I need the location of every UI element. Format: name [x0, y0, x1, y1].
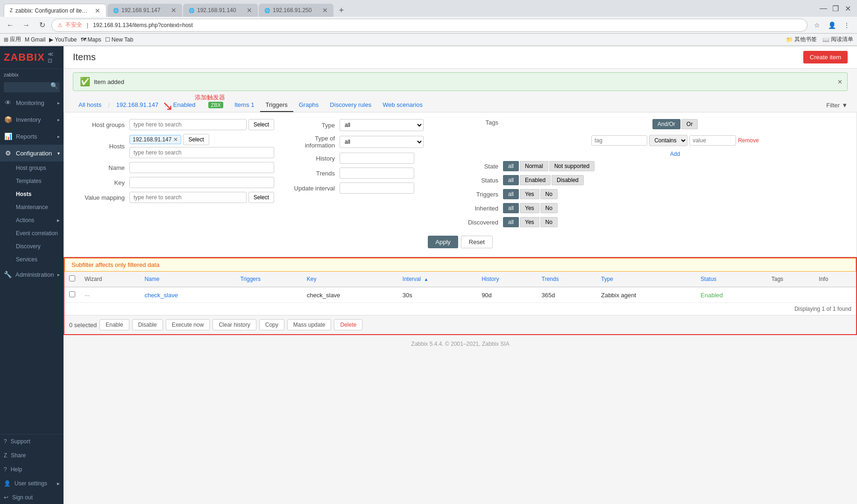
back-btn[interactable]: ← — [4, 19, 17, 32]
inherited-yes-btn[interactable]: Yes — [520, 203, 539, 213]
name-input[interactable] — [129, 162, 274, 173]
select-all-checkbox[interactable] — [69, 275, 75, 281]
bookmark-gmail[interactable]: M Gmail — [25, 36, 45, 43]
tag-remove-btn[interactable]: Remove — [738, 137, 759, 144]
filter-toggle-btn[interactable]: Filter ▼ — [826, 102, 848, 109]
tab-close-3[interactable]: ✕ — [247, 7, 252, 14]
status-all-btn[interactable]: all — [503, 175, 519, 185]
tag-contains-select[interactable]: Contains — [649, 135, 687, 146]
sidebar-item-inventory[interactable]: 📦 Inventory ▸ — [0, 111, 64, 128]
state-not-supported-btn[interactable]: Not supported — [549, 161, 595, 171]
create-item-button[interactable]: Create item — [803, 51, 848, 63]
mass-update-btn[interactable]: Mass update — [287, 319, 332, 330]
sidebar-sign-out[interactable]: ↩ Sign out — [0, 490, 64, 504]
bookmark-newtab[interactable]: ☐ New Tab — [105, 36, 133, 43]
bookmark-btn[interactable]: ☆ — [810, 19, 823, 32]
disable-btn[interactable]: Disable — [132, 319, 163, 330]
col-history[interactable]: History — [477, 272, 537, 287]
sidebar-share[interactable]: Z Share — [0, 448, 64, 462]
bookmark-youtube[interactable]: ▶ YouTube — [49, 36, 77, 43]
tab-4[interactable]: 🌐 192.168.91.250 ✕ — [259, 4, 333, 17]
col-trends[interactable]: Trends — [537, 272, 596, 287]
triggers-yes-btn[interactable]: Yes — [520, 189, 539, 199]
apply-btn[interactable]: Apply — [428, 236, 458, 248]
row-wizard-cell[interactable]: ··· — [80, 287, 140, 303]
bookmark-maps[interactable]: 🗺 Maps — [81, 36, 101, 43]
tab-discovery-rules[interactable]: Discovery rules — [324, 98, 377, 112]
bookmark-other[interactable]: 📁 其他书签 — [786, 35, 817, 43]
sidebar-support[interactable]: ? Support — [0, 434, 64, 448]
type-of-info-select[interactable]: all — [340, 136, 424, 148]
address-bar[interactable]: ⚠ 不安全 | 192.168.91.134/items.php?context… — [51, 19, 807, 32]
discovered-yes-btn[interactable]: Yes — [520, 217, 539, 227]
tab-close-1[interactable]: ✕ — [95, 7, 100, 14]
execute-now-btn[interactable]: Execute now — [166, 319, 210, 330]
col-triggers[interactable]: Triggers — [235, 272, 302, 287]
sidebar-help[interactable]: ? Help — [0, 462, 64, 476]
row-checkbox-cell[interactable] — [64, 287, 80, 303]
col-status[interactable]: Status — [696, 272, 767, 287]
row-status-link[interactable]: Enabled — [701, 292, 723, 299]
sidebar-user-settings[interactable]: 👤 User settings ▸ — [0, 476, 64, 490]
active-tab[interactable]: Z zabbix: Configuration of items × ✕ — [4, 4, 106, 17]
sidebar-subitem-maintenance[interactable]: Maintenance — [0, 201, 64, 214]
tab-graphs[interactable]: Graphs — [293, 98, 325, 112]
reset-btn[interactable]: Reset — [461, 236, 493, 248]
value-mapping-select-btn[interactable]: Select — [248, 192, 274, 203]
row-name-link[interactable]: check_slave — [144, 292, 178, 299]
copy-btn[interactable]: Copy — [259, 319, 284, 330]
select-all-header[interactable] — [64, 272, 80, 287]
row-checkbox[interactable] — [69, 291, 75, 297]
host-tag-remove-btn[interactable]: ✕ — [173, 136, 178, 143]
type-select[interactable]: all Zabbix agent SNMP — [340, 119, 424, 131]
sidebar-item-configuration[interactable]: ⚙ Configuration ▾ — [0, 145, 64, 161]
col-name[interactable]: Name — [140, 272, 235, 287]
forward-btn[interactable]: → — [20, 19, 33, 32]
discovered-all-btn[interactable]: all — [503, 217, 519, 227]
row-status-cell[interactable]: Enabled — [696, 287, 767, 303]
discovered-no-btn[interactable]: No — [540, 217, 558, 227]
history-input[interactable] — [340, 153, 414, 164]
logo-collapse-btn[interactable]: ≪ ⊡ — [48, 51, 60, 64]
tab-ip-147[interactable]: 192.168.91.147 — [111, 98, 164, 112]
tab-triggers[interactable]: Triggers — [260, 98, 293, 112]
col-type[interactable]: Type — [596, 272, 696, 287]
refresh-btn[interactable]: ↻ — [35, 19, 49, 32]
tab-2[interactable]: 🌐 192.168.91.147 ✕ — [107, 4, 182, 17]
tag-input[interactable] — [591, 135, 647, 146]
col-key[interactable]: Key — [302, 272, 398, 287]
success-close-btn[interactable]: ✕ — [837, 78, 843, 85]
bookmark-apps[interactable]: ⊞ 应用 — [4, 35, 21, 43]
status-enabled-btn[interactable]: Enabled — [520, 175, 551, 185]
sidebar-subitem-discovery[interactable]: Discovery — [0, 240, 64, 253]
delete-btn[interactable]: Delete — [334, 319, 362, 330]
state-normal-btn[interactable]: Normal — [520, 161, 548, 171]
minimize-btn[interactable]: — — [818, 3, 829, 14]
tags-and-or-btn[interactable]: And/Or — [652, 119, 680, 129]
col-interval[interactable]: Interval ▲ — [398, 272, 477, 287]
host-groups-search-input[interactable] — [129, 119, 247, 130]
tag-value-input[interactable] — [689, 135, 736, 146]
profile-btn[interactable]: 👤 — [825, 19, 838, 32]
tab-close-4[interactable]: ✕ — [322, 7, 328, 14]
state-all-btn[interactable]: all — [503, 161, 519, 171]
enable-btn[interactable]: Enable — [99, 319, 129, 330]
extensions-btn[interactable]: ⋮ — [840, 19, 853, 32]
tab-items[interactable]: Items 1 — [229, 98, 260, 112]
triggers-all-btn[interactable]: all — [503, 189, 519, 199]
maximize-btn[interactable]: ❐ — [830, 3, 841, 14]
tag-add-link[interactable]: Add — [670, 151, 680, 157]
triggers-no-btn[interactable]: No — [540, 189, 558, 199]
tab-close-2[interactable]: ✕ — [171, 7, 177, 14]
hosts-search-input[interactable] — [129, 147, 274, 158]
sidebar-subitem-templates[interactable]: Templates — [0, 175, 64, 188]
tab-all-hosts[interactable]: All hosts — [73, 98, 107, 112]
sidebar-item-monitoring[interactable]: 👁 Monitoring ▸ — [0, 94, 64, 111]
new-tab-btn[interactable]: + — [334, 4, 348, 17]
sidebar-subitem-hosts[interactable]: Hosts — [0, 188, 64, 201]
bookmark-reading[interactable]: 📖 阅读清单 — [822, 35, 853, 43]
sidebar-item-administration[interactable]: 🔧 Administration ▸ — [0, 266, 64, 283]
row-name-cell[interactable]: check_slave — [140, 287, 235, 303]
trends-input[interactable] — [340, 168, 414, 179]
inherited-no-btn[interactable]: No — [540, 203, 558, 213]
